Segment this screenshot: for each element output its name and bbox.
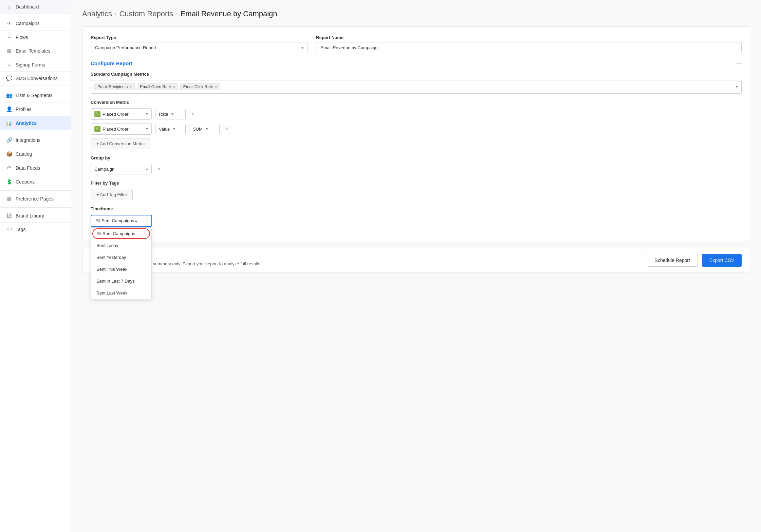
timeframe-option-all[interactable]: All Sent Campaigns xyxy=(91,228,151,240)
main-content: Analytics › Custom Reports › Email Reven… xyxy=(71,0,761,532)
tag-email-recipients-remove[interactable]: × xyxy=(129,84,132,89)
sidebar-item-email-templates[interactable]: ▦ Email Templates xyxy=(0,44,71,58)
campaigns-icon: ✈ xyxy=(6,20,12,26)
tag-email-open-rate-remove[interactable]: × xyxy=(173,84,175,89)
data-feeds-icon: ⟳ xyxy=(6,165,12,171)
timeframe-dropdown: All Sent Campaigns Sent Today Sent Yeste… xyxy=(91,227,152,299)
conversion-row-1: S Placed Order ▾ Rate ▾ × xyxy=(91,108,742,120)
schedule-report-button[interactable]: Schedule Report xyxy=(647,254,698,267)
add-tag-filter-button[interactable]: + Add Tag Filter xyxy=(91,189,133,200)
integrations-icon: 🔗 xyxy=(6,137,12,143)
timeframe-wrapper: All Sent Campaigns ▲ All Sent Campaigns … xyxy=(91,215,152,227)
collapse-icon[interactable]: — xyxy=(736,60,742,66)
conversion-agg-2-label: SUM xyxy=(193,127,203,132)
add-conversion-metric-button[interactable]: + Add Conversion Metric xyxy=(91,138,150,149)
report-type-value: Campaign Performance Report xyxy=(95,45,156,50)
conversion-event-2-label: Placed Order xyxy=(103,127,129,132)
sidebar-item-tags[interactable]: 🏷 Tags xyxy=(0,223,71,236)
sidebar-item-signup-forms[interactable]: ≡ Signup Forms xyxy=(0,58,71,72)
report-type-label: Report Type xyxy=(91,35,308,40)
tag-email-recipients-label: Email Recipients xyxy=(97,84,128,89)
report-name-input[interactable] xyxy=(316,42,742,53)
breadcrumb-analytics[interactable]: Analytics xyxy=(82,10,112,18)
action-buttons: Schedule Report Export CSV xyxy=(647,254,742,267)
sidebar-item-catalog[interactable]: 📦 Catalog xyxy=(0,147,71,161)
sidebar: ⌂ Dashboard ✈ Campaigns → Flows ▦ Email … xyxy=(0,0,71,532)
lists-icon: 👥 xyxy=(6,92,12,98)
analytics-icon: 📊 xyxy=(6,120,12,126)
export-csv-button[interactable]: Export CSV xyxy=(702,254,742,267)
sidebar-item-sms-conversations[interactable]: 💬 SMS Conversations xyxy=(0,72,71,86)
report-name-label: Report Name xyxy=(316,35,742,40)
conversion-row-2: S Placed Order ▾ Value ▾ SUM ▾ × xyxy=(91,123,742,135)
tag-email-open-rate-label: Email Open Rate xyxy=(140,84,171,89)
coupons-icon: 💲 xyxy=(6,179,12,185)
timeframe-option-this-week-label: Sent This Week xyxy=(96,267,127,272)
sidebar-item-dashboard[interactable]: ⌂ Dashboard xyxy=(0,0,71,14)
breadcrumb-custom-reports[interactable]: Custom Reports xyxy=(119,10,173,18)
timeframe-option-yesterday[interactable]: Sent Yesterday xyxy=(91,251,151,263)
conversion-type-1-arrow: ▾ xyxy=(171,112,173,116)
conversion-type-select-1[interactable]: Rate ▾ xyxy=(155,109,186,119)
breadcrumb-chevron-1: › xyxy=(115,11,116,17)
conversion-row-2-remove[interactable]: × xyxy=(223,125,230,133)
sidebar-item-lists-segments[interactable]: 👥 Lists & Segments xyxy=(0,89,71,102)
sidebar-item-profiles[interactable]: 👤 Profiles xyxy=(0,102,71,116)
sidebar-item-brand-library[interactable]: 🖼 Brand Library xyxy=(0,209,71,223)
sidebar-label-brand-library: Brand Library xyxy=(16,213,44,218)
timeframe-option-last-week[interactable]: Sent Last Week xyxy=(91,287,151,299)
tag-email-click-rate-remove[interactable]: × xyxy=(215,84,217,89)
conversion-agg-select-2[interactable]: SUM ▾ xyxy=(189,124,220,134)
sidebar-item-coupons[interactable]: 💲 Coupons xyxy=(0,175,71,189)
sidebar-item-campaigns[interactable]: ✈ Campaigns xyxy=(0,17,71,31)
timeframe-select[interactable]: All Sent Campaigns ▲ xyxy=(91,215,152,227)
sidebar-label-catalog: Catalog xyxy=(16,151,32,157)
group-by-row: Campaign ▾ × xyxy=(91,164,742,174)
brand-library-icon: 🖼 xyxy=(6,213,12,218)
breadcrumb-current: Email Revenue by Campaign xyxy=(181,10,277,18)
group-by-value: Campaign xyxy=(94,167,114,172)
conversion-type-2-arrow: ▾ xyxy=(173,127,175,131)
tag-email-open-rate: Email Open Rate × xyxy=(137,83,178,90)
configure-section-title: Configure Report xyxy=(91,60,132,66)
group-by-select[interactable]: Campaign ▾ xyxy=(91,164,152,174)
conversion-event-select-1[interactable]: S Placed Order ▾ xyxy=(91,108,152,120)
sidebar-item-integrations[interactable]: 🔗 Integrations xyxy=(0,133,71,147)
sidebar-label-dashboard: Dashboard xyxy=(16,4,39,10)
results-section: Results · Updated now For large result s… xyxy=(82,248,750,272)
standard-metrics-input[interactable]: Email Recipients × Email Open Rate × Ema… xyxy=(91,80,742,94)
group-by-section: Group by Campaign ▾ × xyxy=(91,155,742,174)
sidebar-label-profiles: Profiles xyxy=(16,107,32,112)
standard-metrics-section: Standard Campaign Metrics Email Recipien… xyxy=(91,72,742,94)
preference-pages-icon: ▦ xyxy=(6,196,12,202)
sms-icon: 💬 xyxy=(6,75,12,81)
timeframe-option-this-week[interactable]: Sent This Week xyxy=(91,263,151,275)
sidebar-label-lists: Lists & Segments xyxy=(16,93,53,98)
profiles-icon: 👤 xyxy=(6,106,12,112)
sidebar-item-analytics[interactable]: 📊 Analytics xyxy=(0,116,71,130)
report-type-select[interactable]: Campaign Performance Report ▾ xyxy=(91,42,308,53)
sidebar-item-flows[interactable]: → Flows xyxy=(0,31,71,44)
group-by-remove[interactable]: × xyxy=(155,166,162,173)
sidebar-label-flows: Flows xyxy=(16,35,28,40)
timeframe-option-last-7-days[interactable]: Sent in Last 7 Days xyxy=(91,275,151,287)
timeframe-option-last-week-label: Sent Last Week xyxy=(96,290,128,296)
conversion-event-select-2[interactable]: S Placed Order ▾ xyxy=(91,123,152,135)
timeframe-section: Timeframe All Sent Campaigns ▲ All Sent … xyxy=(91,206,742,227)
standard-metrics-arrow: ▾ xyxy=(736,84,738,89)
timeframe-option-yesterday-label: Sent Yesterday xyxy=(96,255,126,260)
conversion-metric-section: Conversion Metric S Placed Order ▾ Rate … xyxy=(91,100,742,149)
tag-email-click-rate-label: Email Click Rate xyxy=(183,84,213,89)
sidebar-label-campaigns: Campaigns xyxy=(16,21,40,26)
sidebar-item-preference-pages[interactable]: ▦ Preference Pages xyxy=(0,192,71,206)
timeframe-option-today[interactable]: Sent Today xyxy=(91,240,151,251)
timeframe-label: Timeframe xyxy=(91,206,742,211)
tag-email-click-rate: Email Click Rate × xyxy=(180,83,220,90)
timeframe-option-last-7-days-label: Sent in Last 7 Days xyxy=(96,279,135,284)
sidebar-label-preference-pages: Preference Pages xyxy=(16,196,54,202)
sidebar-item-data-feeds[interactable]: ⟳ Data Feeds xyxy=(0,161,71,175)
conversion-row-1-remove[interactable]: × xyxy=(189,110,196,118)
configure-section-header: Configure Report — xyxy=(91,60,742,66)
filter-tags-section: Filter by Tags + Add Tag Filter xyxy=(91,180,742,200)
conversion-type-select-2[interactable]: Value ▾ xyxy=(155,124,186,134)
